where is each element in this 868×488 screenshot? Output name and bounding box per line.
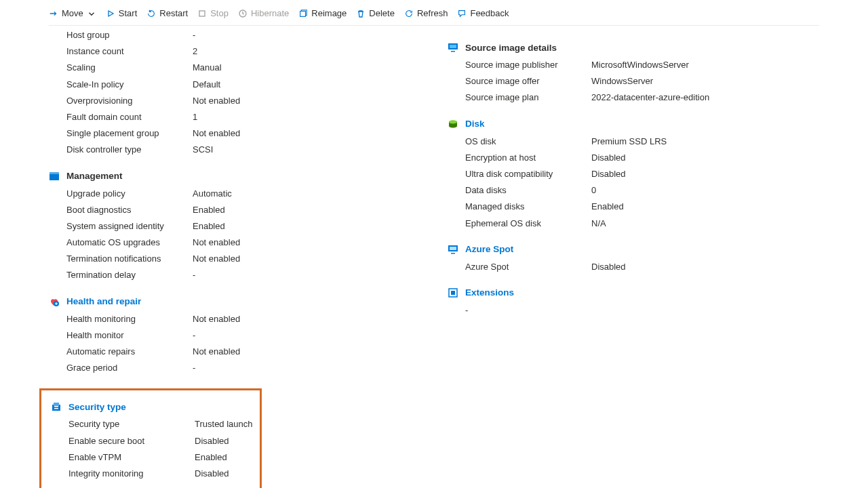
value: 2 xyxy=(193,45,420,58)
health-title: Health and repair xyxy=(66,296,141,306)
value: - xyxy=(193,329,420,342)
source-image-header: Source image details xyxy=(448,42,819,53)
value: Disabled xyxy=(195,468,256,480)
label: Boot diagnostics xyxy=(66,204,193,216)
label: Automatic OS upgrades xyxy=(66,237,193,249)
extensions-header[interactable]: Extensions xyxy=(448,287,819,298)
spot-header[interactable]: Azure Spot xyxy=(448,244,819,255)
stop-label: Stop xyxy=(210,8,229,18)
label: Scaling xyxy=(66,62,193,74)
value: 0 xyxy=(591,184,819,197)
value: Not enabled xyxy=(193,253,420,265)
delete-label: Delete xyxy=(369,8,395,18)
value: Disabled xyxy=(591,261,819,273)
label: Managed disks xyxy=(465,201,591,213)
value: Trusted launch xyxy=(195,418,256,430)
label: Security type xyxy=(68,418,195,430)
feedback-icon xyxy=(457,9,467,18)
label: Host group xyxy=(66,29,193,41)
label: Source image offer xyxy=(465,75,591,87)
management-header: Management xyxy=(49,171,420,182)
label: Automatic repairs xyxy=(66,346,193,358)
value: WindowsServer xyxy=(591,75,819,87)
value: Not enabled xyxy=(193,127,420,140)
label: Instance count xyxy=(66,45,193,58)
extensions-icon xyxy=(448,287,458,298)
reimage-icon xyxy=(298,9,308,18)
refresh-button[interactable]: Refresh xyxy=(404,8,448,18)
label: Source image publisher xyxy=(465,59,591,71)
value: - xyxy=(193,362,420,374)
value: Not enabled xyxy=(193,95,420,107)
health-icon xyxy=(49,296,60,307)
value: SCSI xyxy=(193,144,420,156)
source-image-title: Source image details xyxy=(465,43,557,53)
value: Premium SSD LRS xyxy=(591,136,819,148)
overview-page: Move Start Restart Stop xyxy=(0,0,868,488)
value: Enabled xyxy=(193,204,420,216)
content-area: Host group- Instance count2 ScalingManua… xyxy=(49,27,819,488)
feedback-label: Feedback xyxy=(470,8,509,18)
svg-rect-11 xyxy=(450,45,456,48)
label: Encryption at host xyxy=(465,152,591,164)
label: Upgrade policy xyxy=(66,188,193,200)
security-header[interactable]: Security type xyxy=(51,401,256,412)
essentials-section: Host group- Instance count2 ScalingManua… xyxy=(49,27,420,159)
svg-rect-19 xyxy=(451,291,455,295)
management-icon xyxy=(49,171,60,182)
hibernate-button: Hibernate xyxy=(238,8,289,18)
disk-section: Disk OS diskPremium SSD LRS Encryption a… xyxy=(448,119,819,232)
health-section: Health and repair Health monitoringNot e… xyxy=(49,296,420,377)
refresh-label: Refresh xyxy=(417,8,448,18)
extensions-title: Extensions xyxy=(465,287,514,298)
value: - xyxy=(193,29,420,41)
label: Source image plan xyxy=(465,92,591,104)
stop-button: Stop xyxy=(197,8,229,18)
restart-icon xyxy=(146,9,156,18)
refresh-icon xyxy=(404,9,414,18)
label: Overprovisioning xyxy=(66,95,193,107)
move-icon xyxy=(49,9,58,18)
health-header[interactable]: Health and repair xyxy=(49,296,420,307)
play-icon xyxy=(106,9,115,18)
svg-rect-16 xyxy=(450,247,456,250)
label: Disk controller type xyxy=(66,144,193,156)
value: Disabled xyxy=(591,168,819,180)
delete-icon xyxy=(356,9,366,18)
restart-label: Restart xyxy=(159,8,188,18)
security-highlight: Security type Security typeTrusted launc… xyxy=(39,388,262,488)
value: - xyxy=(193,269,420,281)
security-icon xyxy=(51,401,62,412)
value: Manual xyxy=(193,62,420,74)
value: Not enabled xyxy=(193,237,420,249)
svg-rect-0 xyxy=(199,11,205,16)
command-bar: Move Start Restart Stop xyxy=(49,7,819,26)
value: 2022-datacenter-azure-edition xyxy=(591,92,819,104)
reimage-button[interactable]: Reimage xyxy=(298,8,347,18)
reimage-label: Reimage xyxy=(311,8,347,18)
label: Enable vTPM xyxy=(68,451,195,464)
move-label: Move xyxy=(62,8,83,18)
svg-rect-17 xyxy=(451,253,455,254)
label: Scale-In policy xyxy=(66,79,193,91)
start-button[interactable]: Start xyxy=(106,8,137,18)
disk-icon xyxy=(448,119,458,129)
management-section: Management Upgrade policyAutomatic Boot … xyxy=(49,171,420,284)
label: Azure Spot xyxy=(465,261,591,273)
disk-header[interactable]: Disk xyxy=(448,119,819,129)
value: Disabled xyxy=(591,152,819,164)
value: Not enabled xyxy=(193,346,420,358)
delete-button[interactable]: Delete xyxy=(356,8,395,18)
left-column: Host group- Instance count2 ScalingManua… xyxy=(49,27,420,488)
label: Fault domain count xyxy=(66,111,193,123)
feedback-button[interactable]: Feedback xyxy=(457,8,509,18)
move-button[interactable]: Move xyxy=(49,8,96,18)
label: Single placement group xyxy=(66,127,193,140)
label: Data disks xyxy=(465,184,591,197)
stop-icon xyxy=(197,9,207,18)
spot-title: Azure Spot xyxy=(465,244,513,254)
svg-rect-9 xyxy=(54,408,58,409)
restart-button[interactable]: Restart xyxy=(146,8,188,18)
right-column: Source image details Source image publis… xyxy=(448,27,819,488)
svg-point-14 xyxy=(449,120,457,123)
